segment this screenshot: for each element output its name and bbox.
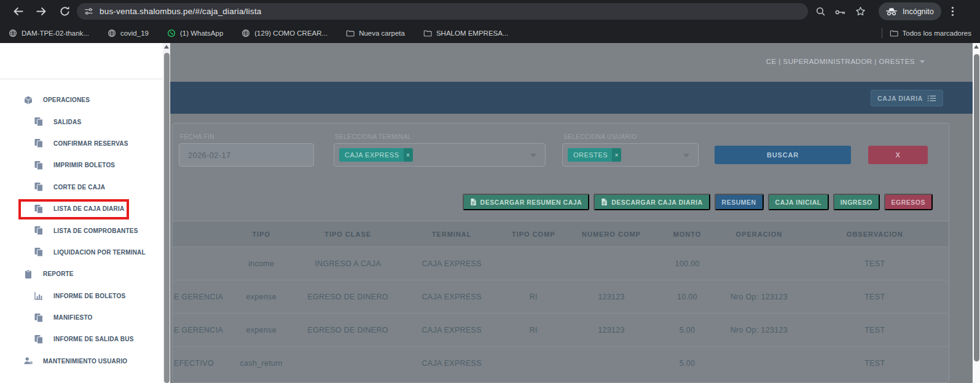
file-icon <box>601 198 608 206</box>
browser-menu-icon[interactable] <box>951 6 954 17</box>
column-header-tipo: TIPO <box>229 221 294 247</box>
action-button-label: EGRESOS <box>892 199 925 206</box>
sidebar-item-corte-de-caja[interactable]: CORTE DE CAJA <box>0 176 163 198</box>
scroll-up-icon[interactable] <box>164 45 169 49</box>
sidebar-item-manifiesto[interactable]: MANIFIESTO <box>0 307 163 328</box>
sidebar-item-salidas[interactable]: SALIDAS <box>0 111 163 132</box>
action-button-label: RESUMEN <box>722 199 756 206</box>
bookmark-nueva-carpeta[interactable]: Nueva carpeta <box>346 29 405 38</box>
bookmark-dam-tpe-02-thank[interactable]: DAM-TPE-02-thank... <box>9 29 89 38</box>
clear-button[interactable]: X <box>868 146 928 164</box>
clipboard-icon <box>34 138 44 148</box>
buscar-button[interactable]: BUSCAR <box>715 146 851 164</box>
sidebar-item-label: SALIDAS <box>53 119 81 125</box>
incognito-label: Incógnito <box>903 7 934 16</box>
file-icon <box>470 198 477 206</box>
zoom-icon[interactable] <box>815 6 826 17</box>
clipboard-icon <box>34 247 44 257</box>
cube-icon <box>23 95 33 105</box>
sidebar-item-liquidacion-por-terminal[interactable]: LIQUIDACION POR TERMINAL <box>0 242 163 263</box>
all-bookmarks[interactable]: Todos los marcadores <box>890 29 972 38</box>
terminal-select[interactable]: CAJA EXPRESS × <box>334 143 546 167</box>
fecha-fin-input[interactable]: 2026-02-17 <box>179 143 314 167</box>
usuario-chip-close-icon[interactable]: × <box>612 148 621 162</box>
table-row[interactable]: E GERENCIAexpenseEGRESO DE DINEROCAJA EX… <box>173 314 949 347</box>
bookmark-covid-19[interactable]: covid_19 <box>108 29 149 38</box>
globe-icon <box>108 29 116 38</box>
scrollbar-thumb[interactable] <box>164 53 170 383</box>
sidebar-item-label: INFORME DE SALIDA BUS <box>53 336 134 342</box>
cell-monto: 10.00 <box>657 280 717 314</box>
usuario-chip-label: ORESTES <box>573 151 608 159</box>
bookmark-shalom-empresa[interactable]: SHALOM EMPRESA... <box>423 29 509 38</box>
cell-terminal: CAJA EXPRESS <box>402 247 501 280</box>
back-icon[interactable] <box>12 6 24 17</box>
cell-tipo-comp: RI <box>501 314 565 347</box>
terminal-chip-close-icon[interactable]: × <box>404 148 413 162</box>
address-bar[interactable]: bus-venta.shalombus.pe/#/caja_diaria/lis… <box>77 3 808 20</box>
caja-inicial-button[interactable]: CAJA INICIAL <box>768 194 829 210</box>
user-menu-label: CE | SUPERADMINISTRADOR | ORESTES <box>766 58 915 65</box>
descargar-caja-diaria-button[interactable]: DESCARGAR CAJA DIARIA <box>594 194 710 210</box>
user-gear-icon <box>23 356 33 366</box>
action-button-label: INGRESO <box>841 199 872 206</box>
cell-tipo: expense <box>229 314 294 347</box>
ingreso-button[interactable]: INGRESO <box>833 194 880 210</box>
refresh-icon[interactable] <box>59 6 71 17</box>
bookmark-star-icon[interactable] <box>855 6 866 17</box>
cell-tipo-comp <box>501 247 565 280</box>
bookmarks-bar: DAM-TPE-02-thank...covid_19(1) WhatsApp(… <box>0 23 980 43</box>
caja-diaria-button[interactable]: CAJA DIARIA <box>871 90 943 106</box>
sidebar-item-lista-de-comprobantes[interactable]: LISTA DE COMPROBANTES <box>0 219 163 241</box>
bookmarks-divider <box>882 28 882 38</box>
scroll-up-icon[interactable] <box>974 45 979 49</box>
incognito-icon <box>885 7 898 16</box>
sidebar-item-informe-de-salida-bus[interactable]: INFORME DE SALIDA BUS <box>0 328 163 350</box>
chevron-down-icon <box>530 154 536 157</box>
cell-tipo-clase <box>294 347 402 380</box>
column-header-tipo-comp: TIPO COMP <box>501 221 565 247</box>
scrollbar-thumb[interactable] <box>974 54 979 361</box>
sidebar-drawer: OPERACIONESSALIDASCONFIRMAR RESERVASIMPR… <box>0 43 163 383</box>
forward-icon[interactable] <box>36 6 47 17</box>
descargar-resumen-caja-button[interactable]: DESCARGAR RESUMEN CAJA <box>463 194 590 210</box>
column-header-terminal: TERMINAL <box>402 221 501 247</box>
clipboard-icon <box>34 226 44 235</box>
sidebar-item-operaciones[interactable]: OPERACIONES <box>0 89 163 111</box>
bookmark-129-como-crear[interactable]: (129) COMO CREAR... <box>241 29 327 38</box>
bookmark-label: DAM-TPE-02-thank... <box>22 30 89 37</box>
table-row[interactable]: E GERENCIAexpenseEGRESO DE DINEROCAJA EX… <box>173 280 949 314</box>
cell-monto: 5.00 <box>657 347 717 380</box>
egresos-button[interactable]: EGRESOS <box>884 194 933 210</box>
sidebar-item-confirmar-reservas[interactable]: CONFIRMAR RESERVAS <box>0 133 163 154</box>
bookmark-label: covid_19 <box>120 30 149 37</box>
resumen-button[interactable]: RESUMEN <box>715 194 764 210</box>
sidebar-divider <box>0 79 163 79</box>
url-text[interactable]: bus-venta.shalombus.pe/#/caja_diaria/lis… <box>100 7 262 16</box>
whatsapp-icon <box>167 29 176 38</box>
cell-clase <box>173 247 229 280</box>
sidebar-item-informe-de-boletos[interactable]: INFORME DE BOLETOS <box>0 285 163 307</box>
table-row[interactable]: incomeINGRESO A CAJACAJA EXPRESS100.00TE… <box>173 247 949 280</box>
sidebar-item-imprimir-boletos[interactable]: IMPRIMIR BOLETOS <box>0 154 163 176</box>
globe-icon <box>241 29 250 38</box>
list-icon <box>927 95 936 102</box>
clipboard-icon <box>34 334 44 344</box>
sidebar-scrollbar[interactable] <box>163 43 170 383</box>
sidebar-item-reporte[interactable]: REPORTE <box>0 263 163 285</box>
password-key-icon[interactable] <box>835 7 845 15</box>
highlight-annotation <box>18 199 129 219</box>
sidebar-item-mantenimiento-usuario[interactable]: MANTENIMIENTO USUARIO <box>0 350 163 372</box>
folder-icon <box>423 29 432 38</box>
cell-operacion: Nro Op: 123123 <box>717 314 801 347</box>
cell-clase: EFECTIVO <box>173 347 229 380</box>
cell-numero-comp: 123123 <box>565 280 657 314</box>
column-header-clase <box>173 221 229 247</box>
page-scrollbar[interactable] <box>973 43 980 383</box>
site-settings-icon[interactable] <box>84 7 93 16</box>
bookmark-1-whatsapp[interactable]: (1) WhatsApp <box>167 29 223 38</box>
table-row[interactable]: EFECTIVOcash_returnCAJA EXPRESS5.00TEST <box>173 347 949 380</box>
usuario-select[interactable]: ORESTES × <box>562 143 699 167</box>
user-menu[interactable]: CE | SUPERADMINISTRADOR | ORESTES <box>766 58 925 65</box>
column-header-numero-comp: NUMERO COMP <box>565 221 657 247</box>
